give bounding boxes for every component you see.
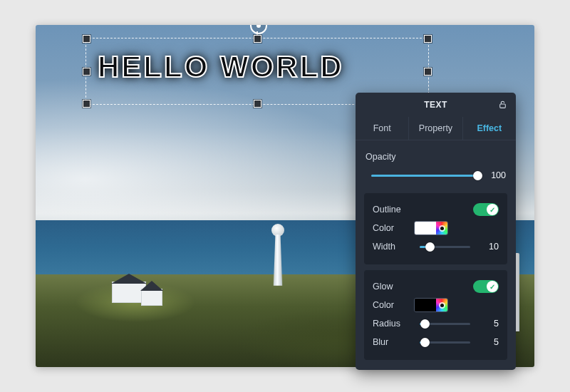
- resize-handle-tm[interactable]: [254, 35, 261, 43]
- opacity-label: Opacity: [366, 152, 407, 162]
- outline-width-slider[interactable]: [420, 239, 470, 254]
- glow-blur-label: Blur: [373, 337, 414, 347]
- color-picker-icon[interactable]: [436, 299, 447, 311]
- outline-width-value: 10: [476, 242, 499, 252]
- resize-handle-bm[interactable]: [254, 100, 261, 108]
- resize-handle-bl[interactable]: [83, 100, 90, 108]
- panel-title: TEXT: [424, 100, 447, 110]
- panel-header: TEXT: [356, 93, 516, 117]
- outline-color-swatch[interactable]: [414, 221, 448, 235]
- resize-handle-mr[interactable]: [424, 68, 432, 76]
- resize-handle-tr[interactable]: [424, 35, 432, 43]
- photo-cottage: [141, 289, 162, 306]
- lock-icon[interactable]: [498, 99, 507, 110]
- glow-radius-label: Radius: [373, 319, 414, 329]
- resize-handle-ml[interactable]: [83, 68, 90, 76]
- glow-radius-value: 5: [476, 319, 499, 329]
- glow-toggle[interactable]: ✓: [473, 280, 499, 293]
- glow-radius-slider[interactable]: [420, 316, 470, 331]
- opacity-slider[interactable]: [371, 168, 477, 182]
- glow-color-label: Color: [373, 300, 414, 310]
- outline-width-label: Width: [373, 242, 414, 252]
- outline-color-chip: [415, 222, 436, 234]
- panel-tabs: Font Property Effect: [356, 117, 516, 140]
- resize-handle-tl[interactable]: [83, 35, 90, 43]
- opacity-value: 100: [483, 170, 506, 180]
- tab-property[interactable]: Property: [409, 117, 462, 140]
- glow-group: Glow ✓ Color Radius 5 Blur 5: [364, 270, 507, 360]
- text-panel: TEXT Font Property Effect Opacity 100 Ou…: [356, 93, 516, 370]
- glow-color-swatch[interactable]: [414, 298, 448, 312]
- tab-effect[interactable]: Effect: [463, 117, 516, 140]
- text-object[interactable]: HELLO WORLD: [98, 50, 417, 84]
- svg-rect-0: [500, 104, 506, 108]
- glow-label: Glow: [373, 282, 414, 292]
- photo-lighthouse: [271, 221, 285, 285]
- opacity-section: Opacity 100: [356, 140, 516, 187]
- outline-label: Outline: [373, 205, 414, 215]
- outline-toggle[interactable]: ✓: [473, 203, 499, 216]
- glow-blur-slider[interactable]: [420, 335, 470, 349]
- outline-color-label: Color: [373, 223, 414, 233]
- tab-font[interactable]: Font: [356, 117, 409, 140]
- outline-group: Outline ✓ Color Width 10: [364, 193, 507, 264]
- glow-blur-value: 5: [476, 337, 499, 347]
- glow-color-chip: [415, 299, 436, 311]
- color-picker-icon[interactable]: [436, 222, 447, 234]
